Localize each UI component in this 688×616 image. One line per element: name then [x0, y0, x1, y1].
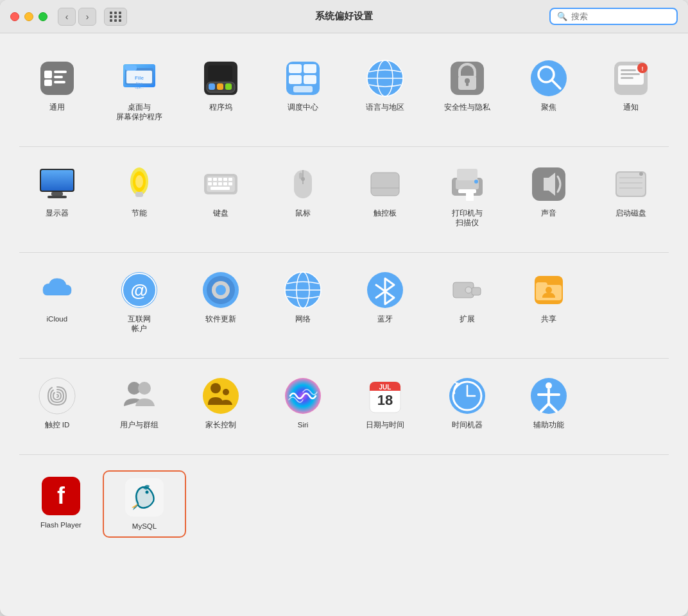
svg-rect-62: [213, 182, 217, 185]
pref-security[interactable]: 安全性与隐私: [429, 53, 505, 127]
pref-bluetooth[interactable]: 蓝牙: [347, 264, 423, 339]
pref-users[interactable]: 用户与群组: [101, 370, 177, 435]
section-personal: 通用: [19, 46, 669, 147]
pref-internet-accounts[interactable]: @ 互联网 帐户: [101, 264, 177, 339]
sharing-icon: [528, 270, 569, 311]
pref-keyboard[interactable]: 键盘: [184, 158, 259, 233]
language-label: 语言与地区: [366, 103, 404, 112]
pref-software-update[interactable]: 软件更新: [184, 264, 259, 339]
svg-point-87: [639, 172, 643, 176]
svg-rect-59: [223, 178, 227, 181]
mission-label: 调度中心: [288, 103, 318, 112]
pref-parental[interactable]: 家长控制: [184, 370, 259, 435]
users-icon: [119, 375, 160, 416]
mysql-label: MySQL: [132, 522, 157, 531]
pref-accessibility[interactable]: 辅助功能: [512, 370, 587, 435]
pref-flash[interactable]: f Flash Player: [19, 470, 103, 538]
pref-printers[interactable]: 打印机与 扫描仪: [429, 158, 505, 233]
pref-mysql[interactable]: MySQL: [103, 470, 186, 538]
pref-displays[interactable]: 显示器: [19, 158, 95, 233]
pref-touch-id[interactable]: 触控 ID: [19, 370, 95, 435]
keyboard-icon: [200, 164, 241, 205]
main-content: 通用: [0, 33, 688, 616]
pref-sharing[interactable]: 共享: [512, 264, 587, 339]
svg-rect-60: [228, 178, 232, 181]
pref-mission[interactable]: 调度中心: [265, 53, 341, 127]
pref-icloud[interactable]: iCloud: [19, 264, 95, 339]
search-box[interactable]: 🔍: [549, 8, 678, 25]
minimize-button[interactable]: [24, 12, 33, 21]
svg-point-119: [203, 378, 239, 414]
titlebar: ‹ › 系统偏好设置 🔍: [0, 0, 688, 33]
mouse-icon: [282, 164, 323, 205]
displays-icon: [37, 164, 78, 205]
pref-notifications[interactable]: ! 通知: [593, 53, 669, 127]
forward-button[interactable]: ›: [78, 8, 96, 26]
energy-label: 节能: [132, 209, 147, 218]
svg-rect-65: [228, 182, 232, 185]
pref-trackpad[interactable]: 触控板: [347, 158, 423, 233]
svg-rect-19: [217, 83, 223, 90]
extensions-icon: [447, 270, 488, 311]
spotlight-icon: [528, 58, 569, 99]
accessibility-icon: [528, 375, 569, 416]
accessibility-label: 辅助功能: [533, 420, 564, 430]
svg-rect-78: [466, 192, 474, 201]
pref-datetime[interactable]: JUL 18 日期与时间: [347, 370, 423, 435]
svg-point-118: [138, 382, 151, 395]
flash-label: Flash Player: [40, 520, 82, 530]
icloud-label: iCloud: [47, 314, 68, 324]
pref-spotlight[interactable]: 聚焦: [512, 53, 587, 127]
internet-accounts-icon: @: [119, 270, 160, 311]
svg-rect-97: [207, 289, 212, 291]
svg-rect-76: [457, 169, 477, 180]
printers-label: 打印机与 扫描仪: [452, 209, 483, 228]
printers-icon: [447, 164, 488, 205]
users-label: 用户与群组: [120, 420, 159, 430]
pref-startup[interactable]: 启动磁盘: [593, 158, 669, 233]
svg-point-94: [216, 285, 226, 295]
svg-point-79: [474, 180, 478, 184]
svg-point-134: [546, 382, 552, 389]
svg-text:18: 18: [377, 392, 393, 408]
grid-view-button[interactable]: [104, 8, 127, 26]
svg-text:JUL: JUL: [379, 384, 391, 391]
network-icon: [282, 270, 323, 311]
back-button[interactable]: ‹: [58, 8, 76, 26]
svg-rect-95: [219, 276, 222, 281]
search-input[interactable]: [571, 12, 670, 21]
pref-extensions[interactable]: 扩展: [429, 264, 505, 339]
datetime-label: 日期与时间: [366, 420, 404, 430]
pref-general[interactable]: 通用: [19, 53, 95, 127]
section-personal-grid: 通用: [19, 46, 669, 133]
pref-mouse[interactable]: 鼠标: [265, 158, 341, 233]
window-title: 系统偏好设置: [315, 10, 373, 22]
siri-icon: [282, 375, 323, 416]
svg-text:f: f: [57, 483, 65, 509]
datetime-icon: JUL 18: [365, 375, 406, 416]
mouse-label: 鼠标: [295, 209, 311, 218]
pref-desktop[interactable]: File New Ope... 桌面与 屏幕保护程序: [101, 53, 177, 127]
pref-dock[interactable]: 程序坞: [184, 53, 259, 127]
section-third-party: f Flash Player: [19, 460, 669, 544]
svg-rect-3: [54, 71, 67, 73]
mission-icon: [282, 58, 323, 99]
pref-energy[interactable]: 节能: [101, 158, 177, 233]
pref-network[interactable]: 网络: [265, 264, 341, 339]
svg-point-121: [223, 389, 229, 395]
pref-language[interactable]: 语言与地区: [347, 53, 423, 127]
section-system-grid: 触控 ID 用户与群组: [19, 364, 669, 441]
close-button[interactable]: [10, 12, 19, 21]
desktop-icon: File New Ope...: [119, 58, 160, 99]
pref-siri[interactable]: Siri: [265, 370, 341, 435]
notifications-label: 通知: [623, 103, 639, 112]
search-icon: 🔍: [557, 12, 567, 21]
svg-text:@: @: [130, 280, 148, 300]
svg-rect-108: [472, 287, 481, 295]
pref-timemachine[interactable]: 时间机器: [429, 370, 505, 435]
svg-rect-56: [208, 178, 212, 181]
section-internet: iCloud @ 互联网 帐户: [19, 258, 669, 359]
spotlight-label: 聚焦: [541, 103, 556, 112]
pref-sound[interactable]: 声音: [512, 158, 587, 233]
maximize-button[interactable]: [39, 12, 47, 21]
